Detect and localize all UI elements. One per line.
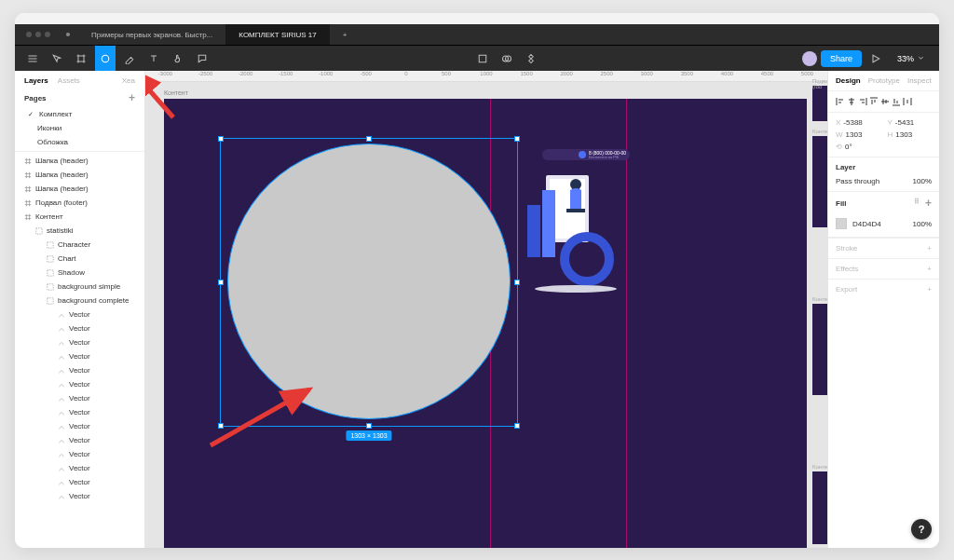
menu-button[interactable]: [22, 46, 43, 71]
layer-label: Шапка (header): [35, 171, 89, 179]
move-tool[interactable]: [47, 46, 67, 71]
layer-row[interactable]: Vector: [15, 349, 144, 363]
layer-row[interactable]: Шапка (header): [15, 154, 144, 168]
artboard-thumb[interactable]: Подвал (foo: [812, 86, 827, 121]
text-tool[interactable]: [143, 46, 164, 71]
page-item[interactable]: Иконки: [15, 121, 144, 135]
layer-row[interactable]: background complete: [15, 294, 144, 307]
resize-handle[interactable]: [514, 280, 520, 285]
distribute-icon[interactable]: [903, 97, 912, 106]
add-page-button[interactable]: +: [129, 92, 135, 103]
layer-row[interactable]: Vector: [15, 489, 144, 503]
resize-handle[interactable]: [514, 136, 520, 142]
height-input[interactable]: 1303: [895, 130, 912, 139]
layer-row[interactable]: Character: [15, 238, 144, 252]
present-button[interactable]: [865, 46, 886, 71]
style-button[interactable]: ⠿: [914, 198, 920, 209]
effects-section[interactable]: Effects+: [828, 258, 939, 279]
layer-row[interactable]: Vector: [15, 377, 144, 391]
new-tab-button[interactable]: +: [330, 24, 361, 45]
layer-row[interactable]: background simple: [15, 280, 144, 294]
layer-row[interactable]: Vector: [15, 419, 144, 433]
layer-row[interactable]: Vector: [15, 391, 144, 405]
svg-point-0: [66, 33, 70, 36]
shape-tool[interactable]: [95, 46, 116, 71]
rotation-input[interactable]: 0°: [845, 143, 852, 151]
layers-tab[interactable]: Layers: [24, 76, 48, 85]
fill-hex-input[interactable]: D4D4D4: [852, 220, 881, 228]
layer-row[interactable]: statistiki: [15, 224, 144, 238]
stroke-section[interactable]: Stroke+: [828, 238, 939, 258]
layer-row[interactable]: Vector: [15, 321, 144, 335]
page-item[interactable]: Комплект: [15, 107, 144, 121]
share-button[interactable]: Share: [821, 50, 862, 67]
mask-tool[interactable]: [472, 46, 493, 71]
page-item[interactable]: Обложка: [15, 135, 144, 149]
prototype-tab[interactable]: Prototype: [868, 76, 900, 85]
blend-mode-dropdown[interactable]: Pass through: [836, 177, 879, 185]
help-button[interactable]: ?: [911, 519, 932, 540]
layer-row[interactable]: Vector: [15, 405, 144, 419]
thumb-label: Контент: [812, 464, 827, 470]
align-right-icon[interactable]: [858, 97, 867, 106]
export-section[interactable]: Export+: [828, 279, 939, 299]
x-input[interactable]: -5388: [843, 118, 862, 127]
file-tab-0[interactable]: Примеры первых экранов. Быстр...: [78, 24, 225, 45]
resize-handle[interactable]: [366, 136, 372, 142]
width-input[interactable]: 1303: [846, 130, 863, 139]
zoom-dropdown[interactable]: 33%: [890, 54, 932, 63]
resize-handle[interactable]: [366, 423, 372, 429]
layer-row[interactable]: Chart: [15, 252, 144, 266]
artboard-thumb[interactable]: Контент: [812, 471, 827, 544]
layer-row[interactable]: Шапка (header): [15, 182, 144, 196]
add-fill-button[interactable]: +: [925, 198, 932, 209]
window-controls[interactable]: [26, 32, 50, 37]
layer-row[interactable]: Vector: [15, 433, 144, 447]
design-tab[interactable]: Design: [836, 76, 861, 85]
layer-row[interactable]: Shadow: [15, 266, 144, 280]
user-avatar[interactable]: [802, 51, 817, 66]
layer-label: Character: [58, 240, 90, 249]
layer-row[interactable]: Подвал (footer): [15, 196, 144, 210]
layer-row[interactable]: Vector: [15, 461, 144, 475]
artboard-thumb[interactable]: Контент: [812, 136, 827, 227]
boolean-tool[interactable]: [497, 46, 517, 71]
frame-tool[interactable]: [71, 46, 91, 71]
file-tab-1[interactable]: КОМПЛЕКТ SIRIUS 17: [225, 24, 329, 45]
resize-handle[interactable]: [218, 136, 224, 142]
component-tool[interactable]: [521, 46, 541, 71]
ruler-tick: -1000: [306, 71, 346, 81]
layer-label: Vector: [69, 478, 90, 486]
align-vcenter-icon[interactable]: [880, 97, 890, 106]
layer-row[interactable]: Vector: [15, 307, 144, 321]
layer-row[interactable]: Vector: [15, 335, 144, 349]
align-left-icon[interactable]: [836, 97, 845, 106]
comment-tool[interactable]: [192, 46, 212, 71]
artboard-thumb[interactable]: Контент: [812, 304, 827, 395]
align-hcenter-icon[interactable]: [847, 97, 856, 106]
y-input[interactable]: -5431: [895, 118, 914, 127]
hero-illustration: [520, 171, 632, 293]
align-top-icon[interactable]: [869, 97, 879, 106]
opacity-input[interactable]: 100%: [913, 177, 932, 185]
resize-handle[interactable]: [514, 423, 520, 429]
align-bottom-icon[interactable]: [892, 97, 901, 106]
layer-label: Vector: [69, 464, 90, 472]
canvas[interactable]: -3000-2500-2000-1500-1000-50005001000150…: [145, 71, 827, 548]
assets-tab[interactable]: Assets: [58, 76, 80, 85]
fill-swatch[interactable]: [836, 218, 847, 229]
inspect-tab[interactable]: Inspect: [907, 76, 932, 85]
transform-section: X-5388 Y-5431 W1303 H1303 ⟲0°: [828, 113, 939, 157]
resize-handle[interactable]: [218, 280, 224, 285]
artboard-main[interactable]: Контент 8 (800) 000-00-00 Бесплатно по Р…: [164, 99, 807, 548]
pen-tool[interactable]: [119, 46, 140, 71]
layer-row[interactable]: Контент: [15, 210, 144, 224]
layer-row[interactable]: Vector: [15, 447, 144, 461]
layer-row[interactable]: Шапка (header): [15, 168, 144, 182]
page-search[interactable]: Хеа: [122, 76, 135, 85]
fill-opacity-input[interactable]: 100%: [913, 220, 932, 228]
layer-row[interactable]: Vector: [15, 363, 144, 377]
annotation-arrow: [201, 380, 322, 457]
hand-tool[interactable]: [168, 46, 188, 71]
layer-row[interactable]: Vector: [15, 475, 144, 489]
